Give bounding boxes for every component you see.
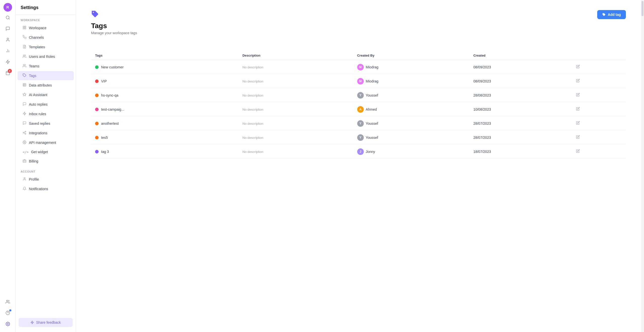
integrations-icon bbox=[23, 131, 26, 135]
tag-description-cell: No description bbox=[238, 145, 353, 159]
edit-tag-button[interactable] bbox=[575, 64, 581, 70]
sidebar-item-profile[interactable]: Profile bbox=[18, 175, 74, 184]
search-icon[interactable] bbox=[3, 13, 13, 23]
workspace-icon bbox=[23, 26, 26, 30]
sidebar-item-saved-replies[interactable]: Saved replies bbox=[18, 119, 74, 128]
tag-creator-cell: M Miodrag bbox=[353, 60, 469, 74]
sidebar-item-tags[interactable]: Tags bbox=[18, 71, 74, 80]
scrollbar-track[interactable] bbox=[641, 0, 644, 332]
settings-icon[interactable] bbox=[3, 319, 13, 329]
main-content: Tags Manage your workspace tags Add tag … bbox=[76, 0, 641, 332]
sidebar-item-profile-label: Profile bbox=[29, 177, 39, 181]
auto-replies-icon bbox=[23, 102, 26, 107]
edit-tag-button[interactable] bbox=[575, 120, 581, 127]
sidebar-item-get-widget[interactable]: </> Get widget bbox=[18, 148, 74, 156]
tag-created-date: 18/07/2023 bbox=[469, 145, 571, 159]
edit-tag-button[interactable] bbox=[575, 134, 581, 141]
add-tag-button[interactable]: Add tag bbox=[597, 10, 626, 19]
chat-icon[interactable] bbox=[3, 24, 13, 34]
svg-point-2 bbox=[7, 38, 9, 39]
tag-description-cell: No description bbox=[238, 102, 353, 116]
svg-line-31 bbox=[24, 132, 25, 132]
automation-icon[interactable] bbox=[3, 57, 13, 67]
tag-color-dot bbox=[95, 79, 99, 83]
users-roles-icon bbox=[23, 54, 26, 59]
tag-edit-cell bbox=[571, 131, 626, 145]
campaigns-icon[interactable]: 8 bbox=[3, 68, 13, 78]
tag-edit-cell bbox=[571, 145, 626, 159]
team-icon[interactable] bbox=[3, 297, 13, 307]
tag-name-cell: hs-sync-qa bbox=[91, 88, 238, 102]
tag-name-cell: VIP bbox=[91, 74, 238, 88]
svg-point-28 bbox=[23, 132, 24, 133]
tag-edit-cell bbox=[571, 88, 626, 102]
sidebar-item-data-attributes-label: Data attributes bbox=[29, 83, 52, 87]
sidebar-item-get-widget-label: Get widget bbox=[31, 150, 48, 154]
sidebar-item-inbox-rules[interactable]: Inbox rules bbox=[18, 109, 74, 118]
table-row: tes5 No description Y Youssef 28/07/2023 bbox=[91, 131, 626, 145]
share-feedback-button[interactable]: Share feedback bbox=[19, 318, 73, 327]
tag-creator-cell: Y Youssef bbox=[353, 116, 469, 131]
svg-rect-24 bbox=[23, 84, 26, 86]
col-tags: Tags bbox=[91, 51, 238, 60]
sidebar-item-data-attributes[interactable]: Data attributes bbox=[18, 81, 74, 90]
tags-icon bbox=[23, 73, 26, 78]
sidebar-item-channels[interactable]: Channels bbox=[18, 33, 74, 42]
page-header: Tags Manage your workspace tags Add tag bbox=[91, 10, 626, 43]
edit-tag-button[interactable] bbox=[575, 78, 581, 85]
sidebar-item-templates-label: Templates bbox=[29, 45, 45, 49]
edit-tag-button[interactable] bbox=[575, 92, 581, 99]
svg-point-21 bbox=[23, 55, 25, 56]
tag-creator-cell: J Jonny bbox=[353, 145, 469, 159]
user-avatar[interactable]: R bbox=[4, 3, 12, 12]
help-badge bbox=[9, 309, 11, 311]
page-title: Tags bbox=[91, 22, 137, 30]
reports-icon[interactable] bbox=[3, 46, 13, 56]
table-row: VIP No description M Miodrag 08/09/2023 bbox=[91, 74, 626, 88]
scrollbar-thumb[interactable] bbox=[641, 1, 643, 16]
svg-rect-15 bbox=[23, 26, 24, 27]
svg-line-30 bbox=[24, 133, 25, 133]
svg-rect-18 bbox=[23, 28, 24, 29]
creator-name: Jonny bbox=[366, 150, 375, 154]
edit-tag-button[interactable] bbox=[575, 106, 581, 113]
profile-icon bbox=[23, 177, 26, 182]
tag-edit-cell bbox=[571, 60, 626, 74]
sidebar-item-api-management[interactable]: API management bbox=[18, 138, 74, 147]
sidebar-item-workspace[interactable]: Workspace bbox=[18, 23, 74, 32]
data-attributes-icon bbox=[23, 83, 26, 88]
page-icon bbox=[91, 10, 137, 20]
help-icon[interactable] bbox=[3, 308, 13, 318]
tag-edit-cell bbox=[571, 74, 626, 88]
contacts-icon[interactable] bbox=[3, 35, 13, 45]
sidebar-item-ai-assistant[interactable]: AI Assistant bbox=[18, 90, 74, 99]
creator-avatar: A bbox=[357, 106, 364, 113]
tag-created-date: 08/09/2023 bbox=[469, 60, 571, 74]
creator-name: Youssef bbox=[366, 93, 378, 97]
svg-point-29 bbox=[25, 133, 26, 134]
sidebar-item-templates[interactable]: Templates bbox=[18, 43, 74, 52]
tag-description-cell: No description bbox=[238, 116, 353, 131]
tag-color-dot bbox=[95, 150, 99, 153]
sidebar-title: Settings bbox=[16, 0, 76, 15]
svg-rect-33 bbox=[23, 160, 26, 162]
tags-table: Tags Description Created By Created New … bbox=[91, 51, 626, 159]
tag-description-cell: No description bbox=[238, 131, 353, 145]
tag-name: tes5 bbox=[101, 136, 108, 140]
sidebar-item-integrations[interactable]: Integrations bbox=[18, 129, 74, 138]
ai-assistant-icon bbox=[23, 93, 26, 97]
sidebar-item-auto-replies[interactable]: Auto replies bbox=[18, 100, 74, 109]
tag-name-cell: anothertest bbox=[91, 116, 238, 131]
sidebar-footer: Share feedback bbox=[16, 315, 76, 332]
tag-name-cell: tes5 bbox=[91, 131, 238, 145]
creator-name: Miodrag bbox=[366, 65, 379, 69]
sidebar-item-auto-replies-label: Auto replies bbox=[29, 102, 48, 106]
table-row: test-campaig... No description A Ahmed 1… bbox=[91, 102, 626, 116]
edit-tag-button[interactable] bbox=[575, 148, 581, 155]
sidebar-item-teams[interactable]: Teams bbox=[18, 62, 74, 71]
sidebar-item-billing[interactable]: Billing bbox=[18, 157, 74, 166]
svg-point-22 bbox=[23, 64, 25, 66]
tag-creator-cell: Y Youssef bbox=[353, 131, 469, 145]
sidebar-item-notifications[interactable]: Notifications bbox=[18, 184, 74, 193]
sidebar-item-users-roles[interactable]: Users and Roles bbox=[18, 52, 74, 61]
